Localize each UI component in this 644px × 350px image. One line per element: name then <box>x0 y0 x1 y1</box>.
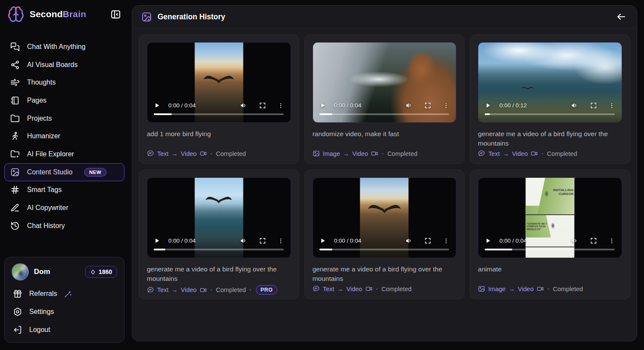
credits-badge[interactable]: 1860 <box>85 266 117 278</box>
play-icon[interactable] <box>154 102 160 109</box>
video-player[interactable]: 0:00 / 0:04 <box>147 177 291 258</box>
separator-dot: · <box>249 286 252 293</box>
image-sparkle-icon <box>10 167 20 177</box>
sidebar-item-chat-history[interactable]: Chat History <box>4 217 125 235</box>
back-arrow-icon[interactable] <box>615 10 628 23</box>
volume-icon[interactable] <box>405 237 413 244</box>
video-time: 0:00 / 0:04 <box>168 237 196 244</box>
kebab-menu-icon[interactable] <box>278 238 284 244</box>
video-camera-icon <box>537 285 544 292</box>
sidebar-item-logout[interactable]: Logout <box>10 321 119 339</box>
video-progress-fill <box>319 113 332 115</box>
fullscreen-icon[interactable] <box>590 237 597 244</box>
sidebar-item-label: AI File Explorer <box>27 150 74 158</box>
user-name: Dom <box>34 268 50 276</box>
sidebar-item-label: Pages <box>27 97 46 104</box>
kebab-menu-icon[interactable] <box>443 103 449 109</box>
video-progress-bar[interactable] <box>319 113 450 115</box>
volume-icon[interactable] <box>571 102 578 109</box>
play-icon[interactable] <box>154 237 160 244</box>
prompt-text: generate me a video of a bird flying ove… <box>478 129 622 149</box>
sidebar-item-ai-file-explorer[interactable]: AI File Explorer <box>4 145 125 163</box>
sidebar-collapse-icon[interactable] <box>109 8 122 21</box>
sidebar-footer-card: Dom 1860 Referrals Settings Logout <box>4 257 125 343</box>
prompt-text: generate me a video of a bird flying ove… <box>313 265 457 284</box>
user-profile-row[interactable]: Dom 1860 <box>10 262 119 285</box>
kebab-menu-icon[interactable] <box>278 103 284 109</box>
hash-icon <box>10 185 20 195</box>
volume-icon[interactable] <box>405 102 413 109</box>
separator-dot: · <box>210 286 213 293</box>
sidebar-item-thoughts[interactable]: Thoughts <box>4 73 125 91</box>
folder-icon <box>10 114 20 123</box>
kebab-menu-icon[interactable] <box>443 238 449 244</box>
volume-icon[interactable] <box>571 237 578 244</box>
sidebar-item-smart-tags[interactable]: Smart Tags <box>4 181 125 199</box>
network-nodes-icon <box>10 60 20 70</box>
prompt-text: generate me a video of a bird flying ove… <box>147 265 291 284</box>
sidebar-item-label: Chat With Anything <box>27 43 85 51</box>
sidebar-item-humanizer[interactable]: Humanizer <box>4 127 125 145</box>
kebab-menu-icon[interactable] <box>609 238 615 244</box>
image-sparkle-icon <box>141 12 152 22</box>
brand-name: SecondBrain <box>30 9 86 19</box>
video-progress-bar[interactable] <box>154 249 284 250</box>
video-player[interactable]: INSTALLING CURSOR "GENERATE ME 7 COMPLEX… <box>478 177 622 258</box>
sidebar-item-projects[interactable]: Projects <box>4 110 125 128</box>
volume-icon[interactable] <box>240 102 247 109</box>
video-progress-bar[interactable] <box>485 249 615 250</box>
play-icon[interactable] <box>485 237 491 244</box>
meme-caption-top: INSTALLING CURSOR <box>547 188 574 196</box>
bird-silhouette <box>367 200 402 216</box>
kebab-menu-icon[interactable] <box>609 103 615 109</box>
video-time: 0:00 / 0:04 <box>334 237 361 244</box>
video-progress-fill <box>485 249 512 250</box>
video-camera-icon <box>531 150 538 157</box>
generation-meta-row: Image → Video · Completed <box>478 285 622 292</box>
video-thumbnail: INSTALLING CURSOR "GENERATE ME 7 COMPLEX… <box>526 178 574 258</box>
video-progress-fill <box>319 249 332 250</box>
video-player[interactable]: 0:00 / 0:04 <box>313 42 457 123</box>
sidebar-item-label: Projects <box>27 115 52 122</box>
sidebar-item-ai-visual-boards[interactable]: AI Visual Boards <box>4 56 125 74</box>
video-player[interactable]: 0:00 / 0:04 <box>147 42 291 123</box>
chat-bubbles-icon <box>10 42 20 52</box>
volume-icon[interactable] <box>240 237 247 244</box>
fullscreen-icon[interactable] <box>425 102 431 109</box>
sidebar-item-ai-copywriter[interactable]: AI Copywriter <box>4 199 125 217</box>
fullscreen-icon[interactable] <box>425 237 431 244</box>
video-progress-fill <box>154 249 165 250</box>
video-player[interactable]: 0:00 / 0:04 <box>313 177 457 258</box>
notebook-icon <box>10 96 20 105</box>
brain-logo-icon <box>7 5 25 23</box>
status-label: Completed <box>553 286 583 292</box>
video-time: 0:00 / 0:12 <box>499 102 527 109</box>
generation-flow: Text → Video <box>147 150 207 157</box>
source-type-label: Image <box>323 150 340 157</box>
play-icon[interactable] <box>319 102 326 109</box>
fullscreen-icon[interactable] <box>259 237 266 244</box>
video-player[interactable]: 0:00 / 0:12 <box>478 42 622 123</box>
sidebar-item-content-studio[interactable]: Content Studio NEW <box>4 163 125 181</box>
video-progress-bar[interactable] <box>485 113 615 115</box>
play-icon[interactable] <box>319 237 326 244</box>
settings-icon <box>13 307 22 317</box>
fullscreen-icon[interactable] <box>259 102 266 109</box>
video-controls: 0:00 / 0:04 <box>319 237 450 244</box>
fullscreen-icon[interactable] <box>590 102 597 109</box>
video-progress-fill <box>154 113 172 115</box>
generation-flow: Image → Video <box>313 150 379 157</box>
video-controls: 0:00 / 0:04 <box>319 102 450 109</box>
chat-bubble-icon <box>147 286 154 294</box>
generation-card: 0:00 / 0:04 generate me a video of a b <box>304 170 465 299</box>
video-controls: 0:00 / 0:04 <box>154 237 284 244</box>
sidebar-item-pages[interactable]: Pages <box>4 91 125 110</box>
sidebar-item-referrals[interactable]: Referrals <box>10 285 119 303</box>
video-progress-bar[interactable] <box>154 113 284 115</box>
sidebar-item-settings[interactable]: Settings <box>10 303 119 321</box>
generation-history-panel: Generation History 0:00 / 0:04 <box>132 5 637 341</box>
target-type-label: Video <box>512 150 528 157</box>
sidebar-item-chat-with-anything[interactable]: Chat With Anything <box>4 38 125 56</box>
video-progress-bar[interactable] <box>319 249 450 250</box>
play-icon[interactable] <box>485 102 491 109</box>
